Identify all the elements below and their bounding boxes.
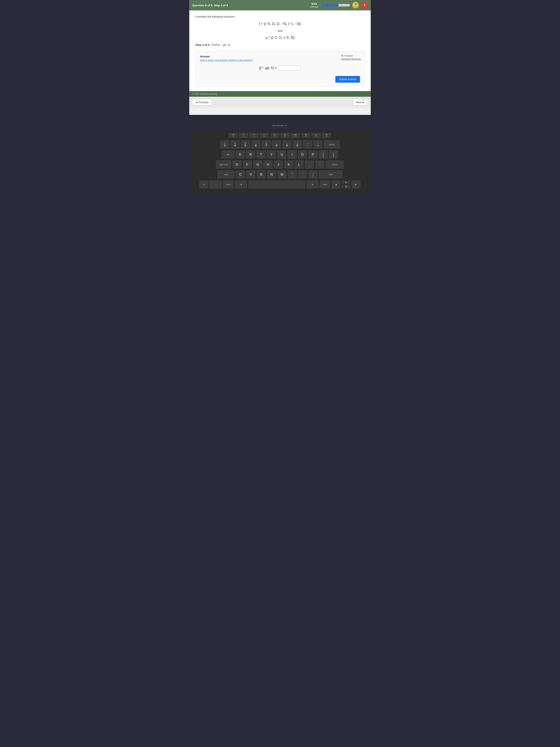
key-period[interactable]: > . <box>298 170 308 179</box>
key-bracket-open[interactable]: { [ <box>319 150 328 159</box>
key-arrow-left[interactable]: ◄ <box>331 180 341 189</box>
key-shift-left[interactable]: shift <box>217 170 235 179</box>
key-n[interactable]: N <box>267 170 276 179</box>
key-semicolon[interactable]: : ; <box>305 160 315 169</box>
macbook-label: MacBook Air <box>191 124 369 127</box>
key-j[interactable]: J <box>274 160 283 169</box>
badge-gold: 🏅 <box>352 2 359 8</box>
key-space[interactable] <box>248 180 305 189</box>
key-k[interactable]: K <box>284 160 294 169</box>
key-p[interactable]: P <box>308 150 318 159</box>
submit-area: Submit Answer <box>200 76 360 83</box>
key-f7[interactable]: ◄◄ F7 <box>270 133 279 138</box>
key-f3[interactable]: ⊞⊞ F3 <box>229 133 238 138</box>
key-v[interactable]: V <box>246 170 256 179</box>
how-to-enter-link[interactable]: How to enter your answer (opens in new w… <box>200 59 360 61</box>
key-f12[interactable]: 🔊 F12 <box>322 133 331 138</box>
key-f8[interactable]: ▶‖ F8 <box>281 133 290 138</box>
function-g-text: g <box>266 35 267 39</box>
nav-bar: ◄ Previous Next ► <box>189 97 371 108</box>
top-bar: Question 8 of 9, Step 2 of 4 9/15 Correc… <box>189 0 371 10</box>
keyboard-section: MacBook Air ⊞⊞ F3 ⠿⠿ F4 ✶✶ F5 ✶✶ F6 ◄◄ F… <box>189 121 371 195</box>
key-u[interactable]: U <box>277 150 287 159</box>
equation-label: (f − g)(−1) = <box>259 66 277 70</box>
key-delete[interactable]: delete <box>324 140 340 149</box>
key-cmd-left[interactable]: ⌃ <box>210 180 222 189</box>
step-instruction: Step 2 of 4 : Find (f − g)(−1). <box>195 43 365 47</box>
row-asdf: caps lock D F G H J K L : ; " ' return <box>195 160 365 169</box>
progress-area: 9/15 Correct 🏅 2 <box>310 2 368 8</box>
key-g[interactable]: G <box>253 160 263 169</box>
key-0[interactable]: ) 0 <box>293 140 302 149</box>
keypad-shortcuts: ⊞ Keypad Keyboard Shortcuts <box>341 54 361 60</box>
keypad-icon: ⊞ <box>341 54 344 57</box>
key-f10[interactable]: 🔇 F10 <box>301 133 311 138</box>
function-f-display: f = {(−5, 2), (2, −5), (−1, −3)} <box>195 22 365 26</box>
key-fn[interactable]: fn <box>199 180 209 189</box>
keyboard-shortcuts-link[interactable]: Keyboard Shortcuts <box>341 58 361 60</box>
progress-info: 9/15 Correct <box>310 2 318 8</box>
key-comma[interactable]: < , <box>288 170 297 179</box>
key-command-left[interactable]: ⌘ <box>235 180 247 189</box>
key-shift-right[interactable]: shift <box>319 170 343 179</box>
previous-button[interactable]: ◄ Previous <box>192 99 212 105</box>
key-quote[interactable]: " ' <box>315 160 325 169</box>
key-f11[interactable]: 🔉 F11 <box>312 133 321 138</box>
answer-input[interactable] <box>278 65 301 70</box>
key-caps[interactable]: caps lock <box>216 160 232 169</box>
consider-text: Consider the following functions. <box>195 15 365 18</box>
and-text: and <box>195 29 365 32</box>
key-o[interactable]: O <box>298 150 308 159</box>
key-9[interactable]: ( 9 <box>282 140 292 149</box>
answer-header: Answer <box>200 55 360 58</box>
main-content: Consider the following functions. f = {(… <box>189 10 371 91</box>
key-b[interactable]: B <box>257 170 266 179</box>
key-arrow-up[interactable]: ▲ <box>342 180 351 184</box>
answer-section: Answer How to enter your answer (opens i… <box>195 51 365 86</box>
key-5[interactable]: % 5 <box>241 140 250 149</box>
bottom-row: fn ⌃ option ⌘ ⌘ option ◄ ▲ ▼ ► <box>195 180 365 189</box>
key-d[interactable]: D <box>232 160 242 169</box>
key-8[interactable]: * 8 <box>272 140 282 149</box>
key-slash[interactable]: ? / <box>308 170 318 179</box>
key-r[interactable]: R <box>246 150 256 159</box>
key-minus[interactable]: — - <box>303 140 313 149</box>
key-return[interactable]: return <box>325 160 344 169</box>
key-f5[interactable]: ✶✶ F5 <box>249 133 259 138</box>
key-arrow-down[interactable]: ▼ <box>342 185 351 189</box>
key-option-right[interactable]: option <box>320 180 331 189</box>
answer-equation: (f − g)(−1) = <box>200 65 360 70</box>
key-f4[interactable]: ⠿⠿ F4 <box>239 133 248 138</box>
function-g-display: g = {(−1, 1), (−5, 3)} <box>195 35 365 40</box>
row-qwerty: tab E R T Y U I O P { [ } ] <box>195 150 365 159</box>
key-f9[interactable]: ▶▶ F9 <box>291 133 300 138</box>
next-button[interactable]: Next ► <box>353 99 368 105</box>
key-tab[interactable]: tab <box>221 150 235 159</box>
key-bracket-close[interactable]: } ] <box>329 150 339 159</box>
key-command-right[interactable]: ⌘ <box>306 180 319 189</box>
key-m[interactable]: M <box>277 170 287 179</box>
progress-label: Correct <box>310 5 318 8</box>
key-i[interactable]: I <box>287 150 297 159</box>
key-h[interactable]: H <box>263 160 273 169</box>
key-f[interactable]: F <box>243 160 252 169</box>
key-f6[interactable]: ✶✶ F6 <box>260 133 269 138</box>
progress-bar-fill <box>320 4 339 6</box>
key-equals[interactable]: + = <box>313 140 323 149</box>
key-4[interactable]: $ 4 <box>230 140 240 149</box>
key-option-left[interactable]: option <box>223 180 234 189</box>
key-l[interactable]: L <box>294 160 304 169</box>
key-arrow-right[interactable]: ► <box>351 180 361 189</box>
submit-button[interactable]: Submit Answer <box>336 76 360 83</box>
key-c[interactable]: C <box>236 170 245 179</box>
keypad-button[interactable]: ⊞ Keypad <box>341 54 361 57</box>
key-y[interactable]: Y <box>267 150 276 159</box>
key-6[interactable]: ^ 6 <box>251 140 261 149</box>
key-e[interactable]: E <box>236 150 245 159</box>
row-zxcv: shift C V B N M < , > . ? / shift <box>195 170 365 179</box>
key-7[interactable]: & 7 <box>262 140 271 149</box>
footer-bar: © 2021 Hawkes Learning <box>189 91 371 97</box>
key-t[interactable]: T <box>256 150 266 159</box>
key-3[interactable]: # 3 <box>220 140 230 149</box>
badge-red: 2 <box>361 2 368 8</box>
